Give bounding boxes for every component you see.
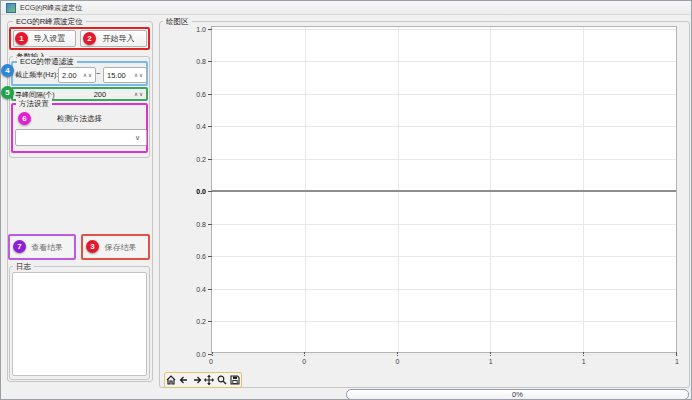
- subplot-divider: [212, 190, 676, 192]
- pan-icon[interactable]: [204, 375, 215, 386]
- horizontal-gridline: [212, 29, 676, 30]
- y-tick-mark: [208, 61, 212, 62]
- y-tick-mark: [208, 126, 212, 127]
- y-tick-label: 0.0: [196, 188, 206, 195]
- x-tick-label: 0: [395, 358, 399, 365]
- method-combobox[interactable]: ∨: [15, 129, 147, 146]
- log-group-title: 日志: [13, 262, 34, 271]
- step-marker-7: 7: [13, 240, 26, 253]
- y-tick-label: 0.2: [196, 155, 206, 162]
- chevron-down-icon: ∨: [135, 134, 146, 142]
- x-tick-label: 0: [209, 358, 213, 365]
- step-marker-3: 3: [86, 240, 99, 253]
- title-bar: ECG的R峰震波定位: [1, 1, 692, 15]
- y-tick-label: 1.0: [196, 26, 206, 33]
- y-tick-mark: [208, 256, 212, 257]
- step-marker-5: 5: [1, 86, 14, 99]
- save-results-label: 保存结果: [95, 242, 137, 253]
- home-icon[interactable]: [166, 375, 177, 386]
- method-select-label: 检测方法选择: [11, 114, 148, 124]
- horizontal-gridline: [212, 94, 676, 95]
- cutoff-low-value: 2.00: [59, 71, 83, 80]
- x-tick-label: 1: [489, 358, 493, 365]
- y-tick-mark: [208, 94, 212, 95]
- progress-label: 0%: [512, 390, 523, 399]
- horizontal-gridline: [212, 321, 676, 322]
- spinner-arrows-icon[interactable]: ∧∨: [83, 72, 95, 78]
- y-tick-mark: [208, 29, 212, 30]
- back-icon[interactable]: [178, 375, 189, 386]
- y-tick-label: 0.4: [196, 285, 206, 292]
- save-icon[interactable]: [229, 375, 240, 386]
- horizontal-gridline: [212, 126, 676, 127]
- start-import-label: 开始导入: [93, 33, 135, 44]
- y-tick-label: 0.0: [196, 350, 206, 357]
- step-marker-6: 6: [18, 112, 31, 125]
- peak-interval-spinbox[interactable]: 200 ∧∨: [63, 89, 146, 100]
- plot-toolbar: [164, 372, 242, 388]
- app-window: ECG的R峰震波定位 ECG的R峰震波定位 导入设置 1 开始导入 2 参数输入…: [0, 0, 692, 400]
- x-tick-label: 1: [582, 358, 586, 365]
- x-tick-label: 1: [675, 358, 679, 365]
- y-tick-label: 0.6: [196, 90, 206, 97]
- y-tick-label: 0.4: [196, 123, 206, 130]
- method-group-title: 方法设置: [16, 99, 52, 108]
- horizontal-gridline: [212, 61, 676, 62]
- window-title: ECG的R峰震波定位: [20, 3, 82, 13]
- step-marker-4: 4: [1, 64, 14, 77]
- bandpass-group-title: ECG的带通滤波: [17, 57, 77, 66]
- y-tick-mark: [208, 321, 212, 322]
- spinner-arrows-icon[interactable]: ∧∨: [134, 72, 146, 78]
- plot-panel-title: 绘图区: [163, 17, 192, 26]
- cutoff-freq-label: 截止频率(Hz):: [15, 70, 58, 80]
- y-tick-label: 0.8: [196, 220, 206, 227]
- horizontal-gridline: [212, 289, 676, 290]
- y-tick-label: 0.6: [196, 253, 206, 260]
- y-tick-label: 0.8: [196, 58, 206, 65]
- horizontal-gridline: [212, 256, 676, 257]
- left-panel-title: ECG的R峰震波定位: [13, 17, 86, 26]
- cutoff-high-value: 15.00: [104, 71, 134, 80]
- cutoff-high-spinbox[interactable]: 15.00 ∧∨: [103, 67, 147, 83]
- step-marker-2: 2: [83, 32, 96, 45]
- log-textarea[interactable]: [12, 272, 147, 376]
- app-icon: [6, 3, 16, 13]
- y-tick-mark: [208, 191, 212, 192]
- range-separator: ~: [96, 69, 100, 78]
- x-axis: 000111: [211, 353, 677, 365]
- zoom-icon[interactable]: [216, 375, 227, 386]
- y-tick-mark: [208, 289, 212, 290]
- forward-icon[interactable]: [191, 375, 202, 386]
- spinner-arrows-icon[interactable]: ∧∨: [134, 91, 146, 97]
- view-results-label: 查看结果: [21, 242, 63, 253]
- horizontal-gridline: [212, 159, 676, 160]
- step-marker-1: 1: [15, 32, 28, 45]
- y-tick-label: 0.2: [196, 318, 206, 325]
- y-tick-mark: [208, 224, 212, 225]
- import-settings-label: 导入设置: [24, 33, 66, 44]
- y-tick-mark: [208, 159, 212, 160]
- cutoff-low-spinbox[interactable]: 2.00 ∧∨: [58, 67, 96, 83]
- x-tick-label: 0: [302, 358, 306, 365]
- progress-bar: 0%: [346, 389, 689, 400]
- peak-interval-value: 200: [63, 90, 134, 99]
- horizontal-gridline: [212, 224, 676, 225]
- plot-canvas[interactable]: 1.00.80.60.40.20.80.60.40.20.00.0: [211, 26, 677, 353]
